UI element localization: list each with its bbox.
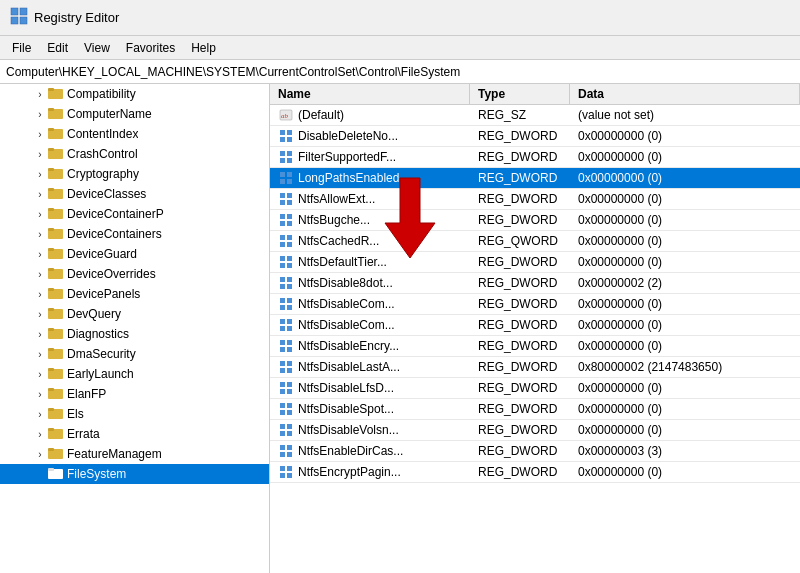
expand-icon[interactable]: ›: [32, 109, 48, 120]
expand-icon[interactable]: ›: [32, 449, 48, 460]
tree-item[interactable]: › DeviceContainerP: [0, 204, 269, 224]
value-row[interactable]: NtfsDisableEncry...REG_DWORD0x00000000 (…: [270, 336, 800, 357]
svg-rect-2: [11, 17, 18, 24]
value-row[interactable]: NtfsDisableLfsD...REG_DWORD0x00000000 (0…: [270, 378, 800, 399]
tree-item[interactable]: › Diagnostics: [0, 324, 269, 344]
tree-item[interactable]: › DeviceGuard: [0, 244, 269, 264]
tree-item[interactable]: › DeviceContainers: [0, 224, 269, 244]
svg-rect-61: [287, 200, 292, 205]
folder-icon: [48, 166, 64, 183]
tree-panel[interactable]: › Compatibility› ComputerName› ContentIn…: [0, 84, 270, 573]
expand-icon[interactable]: ›: [32, 149, 48, 160]
expand-icon[interactable]: ›: [32, 369, 48, 380]
tree-item[interactable]: › DevQuery: [0, 304, 269, 324]
value-row[interactable]: ab (Default)REG_SZ(value not set): [270, 105, 800, 126]
svg-rect-92: [280, 368, 285, 373]
value-row[interactable]: NtfsDisableCom...REG_DWORD0x00000000 (0): [270, 315, 800, 336]
value-type-cell: REG_DWORD: [470, 210, 570, 230]
tree-item[interactable]: › FeatureManagem: [0, 444, 269, 464]
value-row[interactable]: NtfsDefaultTier...REG_DWORD0x00000000 (0…: [270, 252, 800, 273]
expand-icon[interactable]: ›: [32, 229, 48, 240]
expand-icon[interactable]: ›: [32, 269, 48, 280]
expand-icon[interactable]: ›: [32, 329, 48, 340]
svg-rect-82: [280, 319, 285, 324]
svg-rect-64: [280, 221, 285, 226]
expand-icon[interactable]: ›: [32, 209, 48, 220]
folder-icon: [48, 246, 64, 263]
address-path: Computer\HKEY_LOCAL_MACHINE\SYSTEM\Curre…: [6, 65, 460, 79]
value-type-cell: REG_QWORD: [470, 231, 570, 251]
value-row[interactable]: NtfsDisableLastA...REG_DWORD0x80000002 (…: [270, 357, 800, 378]
svg-rect-52: [280, 158, 285, 163]
expand-icon[interactable]: ›: [32, 349, 48, 360]
registry-value-icon: [278, 254, 294, 270]
value-row[interactable]: NtfsDisableVolsn...REG_DWORD0x00000000 (…: [270, 420, 800, 441]
value-row[interactable]: NtfsCachedR...REG_QWORD0x00000000 (0): [270, 231, 800, 252]
tree-item[interactable]: › CrashControl: [0, 144, 269, 164]
menu-edit[interactable]: Edit: [39, 39, 76, 57]
expand-icon[interactable]: ›: [32, 89, 48, 100]
expand-icon[interactable]: ›: [32, 289, 48, 300]
value-data-cell: 0x00000000 (0): [570, 420, 800, 440]
value-data-cell: 0x00000000 (0): [570, 462, 800, 482]
tree-item[interactable]: › DmaSecurity: [0, 344, 269, 364]
value-row[interactable]: NtfsDisable8dot...REG_DWORD0x00000002 (2…: [270, 273, 800, 294]
expand-icon[interactable]: ›: [32, 169, 48, 180]
tree-item[interactable]: › ComputerName: [0, 104, 269, 124]
folder-icon: [48, 326, 64, 343]
folder-icon: [48, 406, 64, 423]
tree-item[interactable]: › Compatibility: [0, 84, 269, 104]
expand-icon[interactable]: ›: [32, 189, 48, 200]
registry-value-icon: [278, 191, 294, 207]
value-data-cell: 0x00000000 (0): [570, 231, 800, 251]
svg-rect-112: [280, 473, 285, 478]
expand-icon[interactable]: ›: [32, 409, 48, 420]
value-type-cell: REG_SZ: [470, 105, 570, 125]
expand-icon[interactable]: ›: [32, 129, 48, 140]
value-row[interactable]: DisableDeleteNo...REG_DWORD0x00000000 (0…: [270, 126, 800, 147]
main-content: › Compatibility› ComputerName› ContentIn…: [0, 84, 800, 573]
tree-item[interactable]: › DeviceClasses: [0, 184, 269, 204]
value-row[interactable]: NtfsDisableCom...REG_DWORD0x00000000 (0): [270, 294, 800, 315]
expand-icon[interactable]: ›: [32, 429, 48, 440]
value-row[interactable]: LongPathsEnabledREG_DWORD0x00000000 (0): [270, 168, 800, 189]
svg-rect-48: [280, 137, 285, 142]
folder-icon: [48, 186, 64, 203]
tree-item[interactable]: › ElanFP: [0, 384, 269, 404]
value-row[interactable]: NtfsAllowExt...REG_DWORD0x00000000 (0): [270, 189, 800, 210]
tree-item[interactable]: › ContentIndex: [0, 124, 269, 144]
tree-item[interactable]: FileSystem: [0, 464, 269, 484]
app-icon: [10, 7, 28, 28]
menu-file[interactable]: File: [4, 39, 39, 57]
expand-icon[interactable]: ›: [32, 249, 48, 260]
value-row[interactable]: NtfsEncryptPagin...REG_DWORD0x00000000 (…: [270, 462, 800, 483]
svg-rect-9: [48, 128, 54, 131]
value-row[interactable]: NtfsDisableSpot...REG_DWORD0x00000000 (0…: [270, 399, 800, 420]
tree-item[interactable]: › DevicePanels: [0, 284, 269, 304]
svg-rect-89: [287, 347, 292, 352]
menu-help[interactable]: Help: [183, 39, 224, 57]
value-data-cell: 0x00000000 (0): [570, 168, 800, 188]
tree-item-label: Cryptography: [67, 167, 139, 181]
value-row[interactable]: FilterSupportedF...REG_DWORD0x00000000 (…: [270, 147, 800, 168]
tree-item[interactable]: › Cryptography: [0, 164, 269, 184]
tree-item[interactable]: › Els: [0, 404, 269, 424]
svg-rect-68: [280, 242, 285, 247]
tree-item[interactable]: › EarlyLaunch: [0, 364, 269, 384]
value-row[interactable]: NtfsBugche...REG_DWORD0x00000000 (0): [270, 210, 800, 231]
svg-rect-56: [280, 179, 285, 184]
svg-rect-11: [48, 148, 54, 151]
menu-view[interactable]: View: [76, 39, 118, 57]
expand-icon[interactable]: ›: [32, 389, 48, 400]
value-row[interactable]: NtfsEnableDirCas...REG_DWORD0x00000003 (…: [270, 441, 800, 462]
value-data-cell: 0x00000002 (2): [570, 273, 800, 293]
tree-item[interactable]: › DeviceOverrides: [0, 264, 269, 284]
value-data-cell: 0x80000002 (2147483650): [570, 357, 800, 377]
values-panel[interactable]: Name Type Data ab (Default)REG_SZ(value …: [270, 84, 800, 573]
svg-rect-109: [287, 452, 292, 457]
tree-item-label: Compatibility: [67, 87, 136, 101]
expand-icon[interactable]: ›: [32, 309, 48, 320]
svg-rect-17: [48, 208, 54, 211]
tree-item[interactable]: › Errata: [0, 424, 269, 444]
menu-favorites[interactable]: Favorites: [118, 39, 183, 57]
